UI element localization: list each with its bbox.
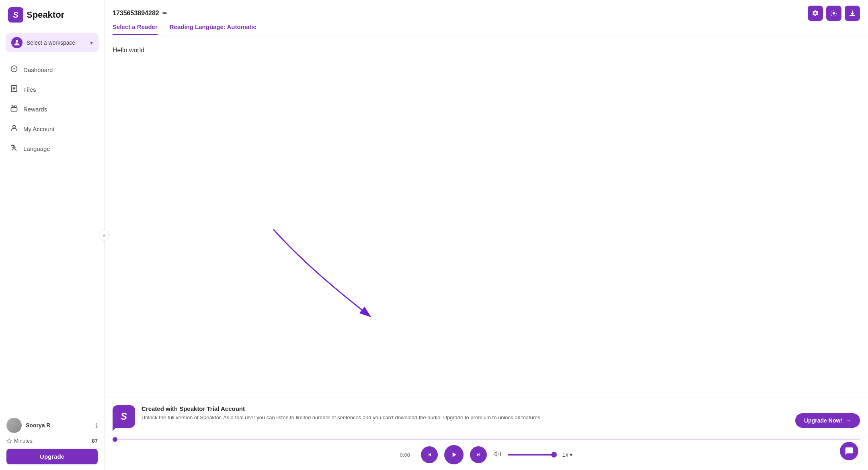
- sidebar-item-label: Files: [23, 86, 36, 93]
- sidebar-item-dashboard[interactable]: Dashboard: [4, 60, 100, 79]
- upgrade-button[interactable]: Upgrade: [6, 449, 98, 464]
- chat-icon: [845, 447, 854, 456]
- tab-select-reader[interactable]: Select a Reader: [113, 23, 158, 35]
- sidebar-item-label: Language: [23, 145, 50, 152]
- progress-bar-track[interactable]: [113, 439, 860, 440]
- collapse-sidebar-button[interactable]: «: [98, 229, 110, 241]
- svg-marker-8: [7, 439, 12, 443]
- top-bar-actions: [808, 6, 860, 21]
- top-bar-row2: Select a Reader Reading Language: Automa…: [113, 23, 860, 35]
- chevron-down-icon: ▾: [90, 39, 93, 46]
- logo-area: S Speaktor: [0, 0, 104, 30]
- chevron-left-icon: «: [103, 232, 105, 238]
- settings-icon: [812, 10, 819, 17]
- minutes-row: Minutes: 87: [6, 436, 98, 449]
- trial-description: Unlock the full version of Speaktor. As …: [142, 414, 789, 422]
- user-name: Soorya R: [26, 422, 91, 429]
- upgrade-now-button[interactable]: Upgrade Now! →: [795, 413, 860, 428]
- sidebar-item-language[interactable]: Language: [4, 139, 100, 158]
- speed-chevron-icon: ▾: [570, 451, 573, 458]
- time-display: 0:00: [400, 452, 415, 458]
- brightness-button[interactable]: [826, 6, 841, 21]
- content-text: Hello world: [113, 45, 860, 56]
- download-button[interactable]: [845, 6, 860, 21]
- speed-selector[interactable]: 1x ▾: [562, 451, 573, 458]
- top-bar-row1: 1735653894282 ✏: [113, 6, 860, 21]
- chat-button[interactable]: [840, 442, 858, 460]
- player-controls: 0:00 1x ▾: [105, 442, 868, 470]
- brightness-icon: [830, 10, 837, 17]
- avatar-image: [6, 418, 22, 433]
- info-icon[interactable]: ℹ: [95, 422, 98, 429]
- svg-point-7: [13, 125, 16, 128]
- progress-section[interactable]: [105, 435, 868, 442]
- sidebar-item-label: Dashboard: [23, 66, 53, 73]
- play-button[interactable]: [444, 445, 464, 464]
- minutes-value: 87: [92, 438, 98, 444]
- svg-point-9: [833, 12, 835, 14]
- volume-icon[interactable]: [493, 450, 501, 460]
- svg-point-1: [14, 68, 14, 69]
- sidebar-item-label: Rewards: [23, 106, 47, 113]
- download-icon: [849, 10, 856, 17]
- previous-button[interactable]: [421, 446, 438, 463]
- svg-marker-10: [494, 451, 497, 456]
- trial-title: Created with Speaktor Trial Account: [142, 405, 789, 412]
- main-content: 1735653894282 ✏ Select a Reader Reading …: [105, 0, 868, 470]
- account-icon: [10, 124, 18, 134]
- minutes-label: Minutes:: [6, 438, 34, 444]
- file-id-text: 1735653894282: [113, 10, 159, 17]
- progress-thumb[interactable]: [113, 437, 117, 442]
- nav-menu: Dashboard Files Rewards My Account Langu…: [0, 59, 104, 412]
- svg-rect-6: [11, 107, 17, 111]
- volume-slider[interactable]: [508, 454, 556, 456]
- logo-letter: S: [13, 10, 18, 20]
- speaktor-logo-box: S: [113, 405, 135, 428]
- content-area: Hello world: [105, 35, 868, 398]
- volume-svg: [493, 450, 501, 458]
- bottom-area: S Created with Speaktor Trial Account Un…: [105, 398, 868, 470]
- language-icon: [10, 144, 18, 154]
- speed-value: 1x: [562, 451, 568, 458]
- speaktor-logo-letter: S: [121, 411, 127, 422]
- star-icon: [6, 438, 12, 444]
- settings-button[interactable]: [808, 6, 823, 21]
- app-logo-icon: S: [8, 7, 23, 23]
- skip-forward-icon: [475, 451, 482, 458]
- skip-back-icon: [426, 451, 433, 458]
- sidebar-item-label: My Account: [23, 126, 55, 132]
- next-button[interactable]: [470, 446, 487, 463]
- tab-reading-language[interactable]: Reading Language: Automatic: [170, 23, 257, 35]
- trial-banner: S Created with Speaktor Trial Account Un…: [105, 398, 868, 435]
- avatar: [6, 418, 22, 433]
- workspace-avatar: [11, 37, 23, 48]
- sidebar-item-files[interactable]: Files: [4, 80, 100, 99]
- arrow-right-icon: →: [845, 417, 851, 424]
- edit-icon[interactable]: ✏: [162, 10, 167, 16]
- user-area: Soorya R ℹ Minutes: 87 Upgrade: [0, 412, 104, 470]
- workspace-selector[interactable]: Select a workspace ▾: [6, 33, 98, 52]
- sidebar-item-my-account[interactable]: My Account: [4, 120, 100, 138]
- file-id: 1735653894282 ✏: [113, 10, 167, 17]
- top-bar: 1735653894282 ✏ Select a Reader Reading …: [105, 0, 868, 35]
- files-icon: [10, 85, 18, 95]
- user-row: Soorya R ℹ: [6, 418, 98, 433]
- sidebar-item-rewards[interactable]: Rewards: [4, 100, 100, 119]
- volume-thumb: [551, 452, 557, 458]
- workspace-label: Select a workspace: [27, 39, 86, 46]
- dashboard-icon: [10, 65, 18, 75]
- sidebar: S Speaktor Select a workspace ▾ Dashboar…: [0, 0, 105, 470]
- person-icon: [14, 39, 20, 46]
- app-name: Speaktor: [27, 10, 64, 20]
- play-icon: [450, 451, 458, 459]
- trial-text: Created with Speaktor Trial Account Unlo…: [142, 405, 789, 422]
- rewards-icon: [10, 104, 18, 114]
